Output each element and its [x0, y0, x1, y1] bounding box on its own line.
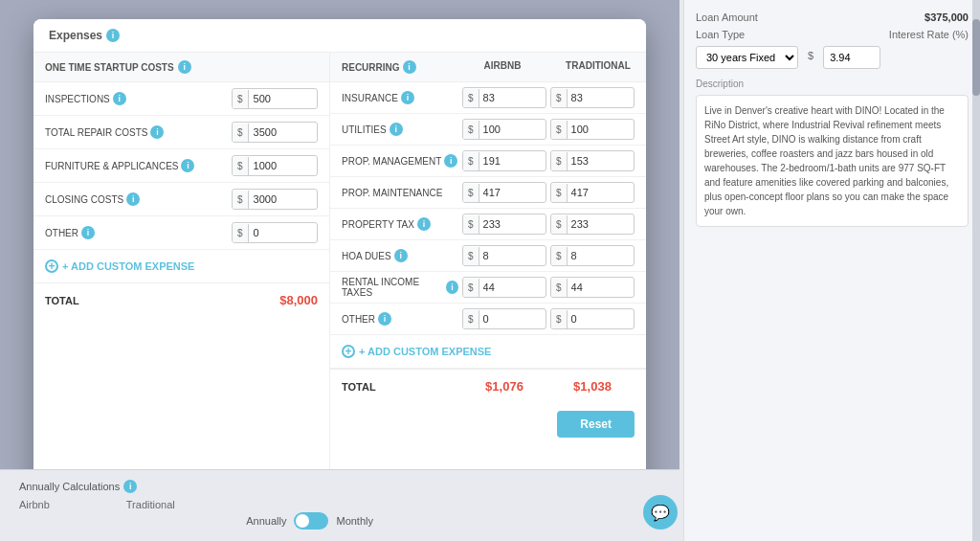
startup-costs-header: ONE TIME STARTUP COSTS i — [33, 53, 329, 82]
closing-costs-row: CLOSING COSTS i $ — [33, 183, 329, 216]
loan-amount-label: Loan Amount — [696, 11, 758, 23]
property-tax-info-icon[interactable]: i — [417, 217, 431, 231]
insurance-traditional-input[interactable] — [568, 88, 625, 107]
hoa-airbnb-input[interactable] — [479, 246, 537, 265]
prop-tax-airbnb-dollar: $ — [463, 215, 479, 234]
other-left-input-group: $ — [232, 222, 318, 243]
startup-costs-title: ONE TIME STARTUP COSTS — [45, 62, 174, 73]
utilities-traditional-group: $ — [550, 119, 635, 140]
insurance-airbnb-input[interactable] — [479, 88, 537, 107]
other-airbnb-dollar: $ — [463, 310, 479, 328]
furniture-input[interactable] — [249, 156, 306, 175]
property-tax-traditional-group: $ — [550, 214, 635, 235]
prop-management-traditional-input[interactable] — [568, 151, 625, 170]
inspections-input-group: $ — [232, 88, 318, 109]
expenses-info-icon[interactable]: i — [106, 29, 120, 42]
annually-toggle[interactable] — [294, 512, 328, 530]
insurance-traditional-dollar: $ — [551, 89, 568, 107]
prop-management-info-icon[interactable]: i — [444, 154, 457, 168]
chat-bubble[interactable]: 💬 — [643, 495, 678, 530]
repair-dollar: $ — [233, 124, 249, 142]
recurring-header: RECURRING i AIRBNB TRADITIONAL — [330, 53, 646, 82]
left-section: ONE TIME STARTUP COSTS i INSPECTIONS i $ — [33, 53, 330, 503]
interest-rate-label: Interest Rate (%) — [889, 29, 969, 40]
prop-maintenance-airbnb-input[interactable] — [479, 183, 537, 202]
hoa-dues-info-icon[interactable]: i — [394, 249, 408, 262]
prop-maintenance-airbnb-group: $ — [462, 182, 546, 203]
rental-income-taxes-label: RENTAL INCOME TAXES i — [342, 277, 458, 298]
inspections-input[interactable] — [249, 89, 306, 108]
prop-mgmt-trad-dollar: $ — [551, 152, 568, 170]
hoa-traditional-input[interactable] — [568, 246, 625, 265]
bottom-bar-columns: Airbnb Traditional — [19, 499, 660, 510]
other-recurring-info-icon[interactable]: i — [378, 312, 391, 326]
rental-income-taxes-row: RENTAL INCOME TAXES i $ $ — [330, 272, 646, 304]
utilities-label: UTILITIES i — [342, 123, 458, 136]
insurance-info-icon[interactable]: i — [401, 91, 414, 104]
dollar-sign: $ — [806, 46, 815, 69]
utilities-info-icon[interactable]: i — [390, 123, 403, 136]
add-custom-expense-right-button[interactable]: + + ADD CUSTOM EXPENSE — [342, 339, 491, 364]
other-left-row: OTHER i $ — [33, 216, 329, 250]
utilities-traditional-input[interactable] — [568, 120, 625, 139]
other-left-label: OTHER i — [45, 226, 232, 239]
other-recurring-airbnb-input[interactable] — [479, 309, 537, 328]
loan-type-select[interactable]: 30 years Fixed — [696, 46, 798, 69]
bottom-bar: Annually Calculations i Airbnb Tradition… — [0, 469, 679, 541]
rental-tax-airbnb-dollar: $ — [463, 279, 479, 297]
property-tax-airbnb-group: $ — [462, 214, 546, 235]
hoa-trad-dollar: $ — [551, 247, 568, 265]
inspections-row: INSPECTIONS i $ — [33, 82, 329, 116]
right-total-traditional: $1,038 — [550, 379, 635, 394]
utilities-row: UTILITIES i $ $ — [330, 114, 646, 146]
description-label: Description — [696, 79, 969, 89]
rental-tax-airbnb-group: $ — [462, 277, 546, 298]
other-recurring-traditional-input[interactable] — [568, 309, 625, 328]
left-total-value: $8,000 — [279, 293, 318, 307]
right-total-label: TOTAL — [342, 381, 458, 393]
prop-management-airbnb-input[interactable] — [479, 151, 537, 170]
other-left-info-icon[interactable]: i — [81, 226, 95, 239]
plus-circle-left-icon: + — [45, 259, 58, 273]
modal-title: Expenses — [49, 29, 102, 42]
rental-income-taxes-info-icon[interactable]: i — [446, 281, 458, 294]
utilities-airbnb-dollar: $ — [463, 121, 479, 139]
rental-income-taxes-traditional-input[interactable] — [568, 278, 625, 297]
repair-costs-row: TOTAL REPAIR COSTS i $ — [33, 116, 329, 149]
scrollbar[interactable] — [972, 0, 980, 541]
prop-management-row: PROP. MANAGEMENT i $ $ — [330, 146, 646, 177]
utilities-airbnb-input[interactable] — [479, 120, 537, 139]
repair-costs-info-icon[interactable]: i — [150, 125, 164, 139]
annually-toggle-label: Annually — [246, 515, 286, 527]
other-traditional-group: $ — [550, 308, 635, 329]
prop-management-airbnb-group: $ — [462, 150, 546, 171]
toggle-row: Annually Monthly — [246, 512, 373, 530]
recurring-info-icon[interactable]: i — [403, 60, 416, 74]
reset-button[interactable]: Reset — [557, 411, 635, 438]
startup-costs-info-icon[interactable]: i — [178, 60, 191, 74]
interest-rate-input[interactable] — [823, 46, 880, 69]
property-tax-traditional-input[interactable] — [568, 214, 625, 234]
add-custom-expense-left-button[interactable]: + + ADD CUSTOM EXPENSE — [33, 250, 206, 282]
closing-costs-input-group: $ — [232, 189, 318, 210]
rental-tax-trad-dollar: $ — [551, 279, 568, 297]
annually-info-icon[interactable]: i — [123, 480, 137, 493]
rental-income-taxes-airbnb-input[interactable] — [479, 278, 537, 297]
closing-costs-input[interactable] — [249, 190, 306, 209]
prop-maintenance-traditional-input[interactable] — [568, 183, 625, 202]
other-recurring-label: OTHER i — [342, 312, 458, 326]
property-tax-airbnb-input[interactable] — [479, 214, 537, 234]
furniture-info-icon[interactable]: i — [181, 159, 194, 172]
closing-costs-info-icon[interactable]: i — [126, 192, 140, 206]
prop-mgmt-airbnb-dollar: $ — [463, 152, 479, 170]
right-total-row: TOTAL $1,076 $1,038 — [330, 369, 646, 403]
prop-management-traditional-group: $ — [550, 150, 635, 171]
modal-header: Expenses i — [33, 19, 646, 53]
other-left-input[interactable] — [249, 223, 306, 242]
repair-costs-input[interactable] — [249, 123, 306, 142]
hoa-dues-label: HOA DUES i — [342, 249, 458, 262]
bottom-bar-title: Annually Calculations i — [19, 480, 660, 493]
hoa-traditional-group: $ — [550, 245, 635, 266]
left-total-label: TOTAL — [45, 295, 279, 306]
inspections-info-icon[interactable]: i — [113, 92, 126, 105]
